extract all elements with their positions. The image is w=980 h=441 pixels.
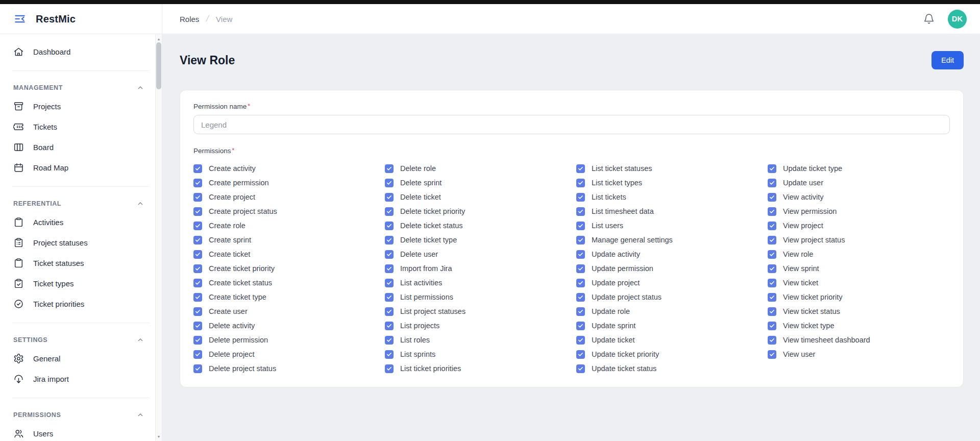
checkbox-checked-icon[interactable] bbox=[576, 164, 585, 173]
checkbox-checked-icon[interactable] bbox=[768, 250, 776, 259]
checkbox-checked-icon[interactable] bbox=[576, 222, 585, 230]
checkbox-checked-icon[interactable] bbox=[768, 222, 776, 230]
checkbox-checked-icon[interactable] bbox=[193, 236, 202, 244]
checkbox-checked-icon[interactable] bbox=[576, 179, 585, 187]
checkbox-checked-icon[interactable] bbox=[193, 307, 202, 316]
checkbox-checked-icon[interactable] bbox=[193, 179, 202, 187]
checkbox-checked-icon[interactable] bbox=[768, 336, 776, 345]
checkbox-checked-icon[interactable] bbox=[385, 179, 394, 187]
checkbox-checked-icon[interactable] bbox=[768, 236, 776, 244]
checkbox-checked-icon[interactable] bbox=[576, 350, 585, 359]
sidebar-item-projects[interactable]: Projects bbox=[0, 96, 162, 116]
checkbox-checked-icon[interactable] bbox=[193, 322, 202, 330]
sidebar-item-jira-import[interactable]: Jira import bbox=[0, 369, 162, 389]
checkbox-checked-icon[interactable] bbox=[576, 336, 585, 345]
permission-label: List tickets bbox=[592, 193, 626, 201]
sidebar-section-permissions[interactable]: PERMISSIONS bbox=[0, 407, 162, 423]
checkbox-checked-icon[interactable] bbox=[576, 307, 585, 316]
sidebar-item-general[interactable]: General bbox=[0, 348, 162, 369]
sidebar-section-settings[interactable]: SETTINGS bbox=[0, 332, 162, 348]
checkbox-checked-icon[interactable] bbox=[385, 164, 394, 173]
permission-item-delete-project-status: Delete project status bbox=[193, 361, 376, 376]
checkbox-checked-icon[interactable] bbox=[385, 350, 394, 359]
permission-label: View ticket type bbox=[783, 322, 834, 330]
checkbox-checked-icon[interactable] bbox=[385, 193, 394, 202]
checkbox-checked-icon[interactable] bbox=[768, 322, 776, 330]
checkbox-checked-icon[interactable] bbox=[193, 264, 202, 273]
checkbox-checked-icon[interactable] bbox=[385, 250, 394, 259]
checkbox-checked-icon[interactable] bbox=[768, 264, 776, 273]
checkbox-checked-icon[interactable] bbox=[385, 264, 394, 273]
sidebar-section-management[interactable]: MANAGEMENT bbox=[0, 80, 162, 96]
sidebar-item-ticket-statuses[interactable]: Ticket statuses bbox=[0, 253, 162, 273]
checkbox-checked-icon[interactable] bbox=[385, 336, 394, 345]
checkbox-checked-icon[interactable] bbox=[768, 279, 776, 287]
checkbox-checked-icon[interactable] bbox=[768, 293, 776, 302]
checkbox-checked-icon[interactable] bbox=[193, 207, 202, 216]
sidebar-item-label: Board bbox=[33, 143, 54, 152]
scrollbar-down-arrow-icon[interactable]: ▼ bbox=[156, 433, 162, 440]
permission-item-view-ticket-status: View ticket status bbox=[768, 304, 950, 318]
checkbox-checked-icon[interactable] bbox=[576, 264, 585, 273]
checkbox-checked-icon[interactable] bbox=[768, 193, 776, 202]
permission-label: Delete project bbox=[209, 350, 254, 358]
checkbox-checked-icon[interactable] bbox=[385, 222, 394, 230]
permission-name-input[interactable] bbox=[193, 115, 950, 134]
scrollbar-up-arrow-icon[interactable]: ▲ bbox=[156, 35, 162, 42]
user-avatar[interactable]: DK bbox=[948, 10, 967, 29]
checkbox-checked-icon[interactable] bbox=[193, 336, 202, 345]
checkbox-checked-icon[interactable] bbox=[768, 164, 776, 173]
checkbox-checked-icon[interactable] bbox=[385, 207, 394, 216]
checkbox-checked-icon[interactable] bbox=[193, 164, 202, 173]
clipboard-icon bbox=[13, 258, 24, 268]
checkbox-checked-icon[interactable] bbox=[385, 307, 394, 316]
checkbox-checked-icon[interactable] bbox=[193, 222, 202, 230]
notification-bell-icon[interactable] bbox=[923, 13, 935, 24]
sidebar-item-project-statuses[interactable]: Project statuses bbox=[0, 232, 162, 253]
sidebar-item-tickets[interactable]: Tickets bbox=[0, 116, 162, 137]
checkbox-checked-icon[interactable] bbox=[576, 364, 585, 373]
sidebar-item-label: Ticket types bbox=[33, 279, 74, 288]
sidebar-collapse-icon[interactable] bbox=[13, 12, 27, 26]
checkbox-checked-icon[interactable] bbox=[385, 236, 394, 244]
checkbox-checked-icon[interactable] bbox=[576, 279, 585, 287]
breadcrumb-roles-link[interactable]: Roles bbox=[180, 15, 199, 23]
sidebar-item-road-map[interactable]: Road Map bbox=[0, 157, 162, 178]
checkbox-checked-icon[interactable] bbox=[385, 364, 394, 373]
required-marker: * bbox=[248, 103, 250, 110]
checkbox-checked-icon[interactable] bbox=[768, 179, 776, 187]
checkbox-checked-icon[interactable] bbox=[193, 350, 202, 359]
main-content: View Role Edit Permission name* Permissi… bbox=[162, 34, 980, 441]
sidebar-section-referential[interactable]: REFERENTIAL bbox=[0, 195, 162, 212]
checkbox-checked-icon[interactable] bbox=[576, 250, 585, 259]
checkbox-checked-icon[interactable] bbox=[385, 293, 394, 302]
breadcrumb-separator: / bbox=[205, 14, 210, 24]
sidebar-item-users[interactable]: Users bbox=[0, 423, 162, 441]
checkbox-checked-icon[interactable] bbox=[193, 293, 202, 302]
checkbox-checked-icon[interactable] bbox=[193, 250, 202, 259]
checkbox-checked-icon[interactable] bbox=[768, 207, 776, 216]
edit-button[interactable]: Edit bbox=[932, 51, 964, 69]
sidebar-item-dashboard[interactable]: Dashboard bbox=[0, 41, 162, 62]
checkbox-checked-icon[interactable] bbox=[576, 293, 585, 302]
sidebar-item-activities[interactable]: Activities bbox=[0, 212, 162, 232]
checkbox-checked-icon[interactable] bbox=[193, 364, 202, 373]
checkbox-checked-icon[interactable] bbox=[385, 322, 394, 330]
checkbox-checked-icon[interactable] bbox=[576, 236, 585, 244]
sidebar-scrollbar[interactable]: ▲ ▼ bbox=[155, 34, 162, 441]
sidebar-item-board[interactable]: Board bbox=[0, 137, 162, 157]
checkbox-checked-icon[interactable] bbox=[576, 322, 585, 330]
sidebar-item-label: Users bbox=[33, 429, 53, 438]
checkbox-checked-icon[interactable] bbox=[576, 207, 585, 216]
sidebar-item-ticket-priorities[interactable]: Ticket priorities bbox=[0, 293, 162, 314]
permission-item-delete-ticket-status: Delete ticket status bbox=[385, 218, 567, 233]
checkbox-checked-icon[interactable] bbox=[193, 279, 202, 287]
checkbox-checked-icon[interactable] bbox=[385, 279, 394, 287]
checkbox-checked-icon[interactable] bbox=[768, 307, 776, 316]
checkbox-checked-icon[interactable] bbox=[193, 193, 202, 202]
scrollbar-thumb[interactable] bbox=[156, 42, 161, 89]
checkbox-checked-icon[interactable] bbox=[576, 193, 585, 202]
checkbox-checked-icon[interactable] bbox=[768, 350, 776, 359]
sidebar-item-ticket-types[interactable]: Ticket types bbox=[0, 273, 162, 293]
chevron-up-icon bbox=[136, 336, 144, 344]
